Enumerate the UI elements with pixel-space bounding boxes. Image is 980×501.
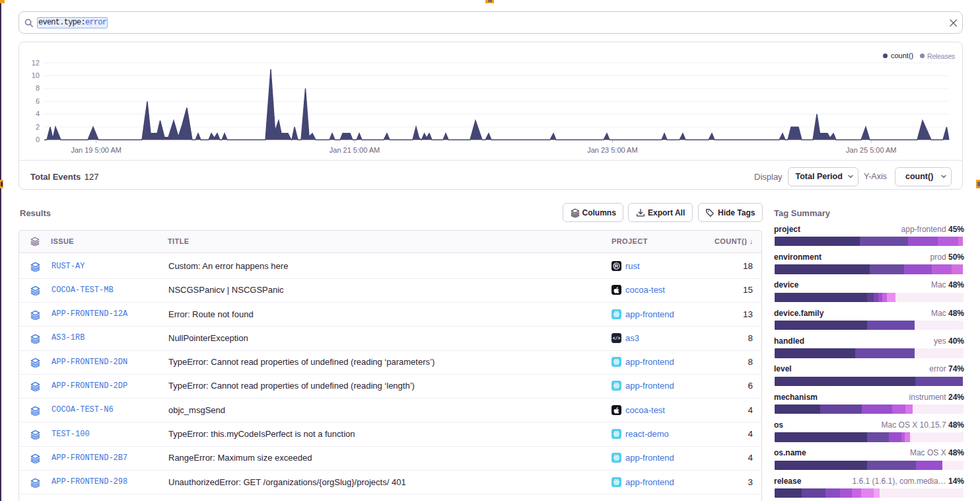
svg-text:</>: </> [613, 336, 621, 341]
svg-text:R: R [615, 263, 619, 269]
